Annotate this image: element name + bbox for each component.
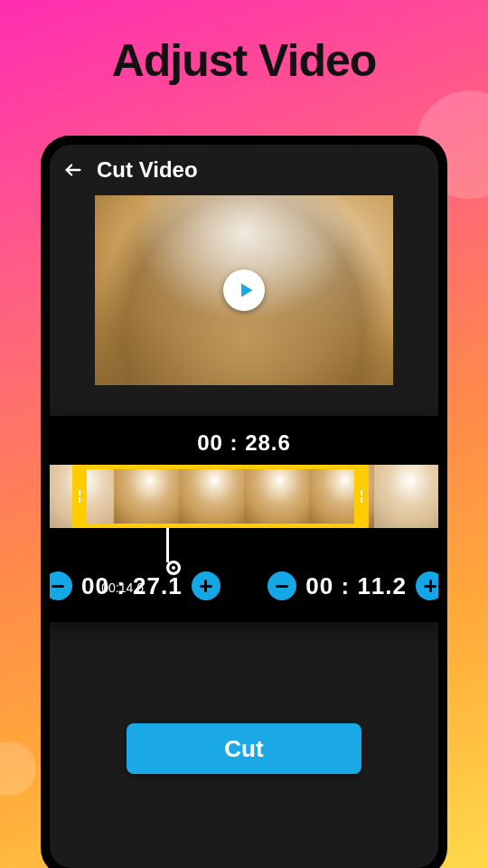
decorative-bubble (0, 741, 36, 796)
selection-handle-right[interactable] (354, 469, 369, 524)
playhead[interactable]: 00:14.6 (166, 528, 168, 579)
timeline[interactable]: 00:14.6 (50, 465, 438, 528)
end-increase-button[interactable] (416, 571, 438, 600)
video-preview (95, 195, 393, 385)
end-time-group: 00 : 11.2 (267, 571, 438, 600)
screen-title: Cut Video (97, 157, 198, 183)
playhead-stem (166, 528, 169, 562)
timeline-thumb (374, 465, 438, 528)
arrow-left-icon (63, 160, 83, 180)
back-button[interactable] (61, 157, 86, 183)
playhead-knob[interactable] (166, 561, 181, 575)
selection-handle-left[interactable] (72, 469, 87, 524)
promo-title: Adjust Video (0, 34, 488, 87)
cut-button[interactable]: Cut (127, 723, 361, 774)
play-button[interactable] (223, 269, 265, 311)
total-duration: 00 : 28.6 (50, 430, 438, 456)
trim-panel: 00 : 28.6 (50, 416, 438, 622)
app-bar: Cut Video (50, 145, 438, 190)
playhead-time: 00:14.6 (78, 580, 168, 595)
selection-range[interactable] (72, 465, 369, 528)
start-increase-button[interactable] (192, 571, 221, 600)
end-decrease-button[interactable] (267, 571, 296, 600)
app-screen: Cut Video 00 : 28.6 (50, 145, 438, 868)
start-decrease-button[interactable] (50, 571, 72, 600)
svg-marker-1 (241, 284, 253, 297)
end-time-value: 00 : 11.2 (305, 572, 407, 600)
phone-frame: Cut Video 00 : 28.6 (41, 136, 447, 868)
play-icon (237, 281, 255, 299)
